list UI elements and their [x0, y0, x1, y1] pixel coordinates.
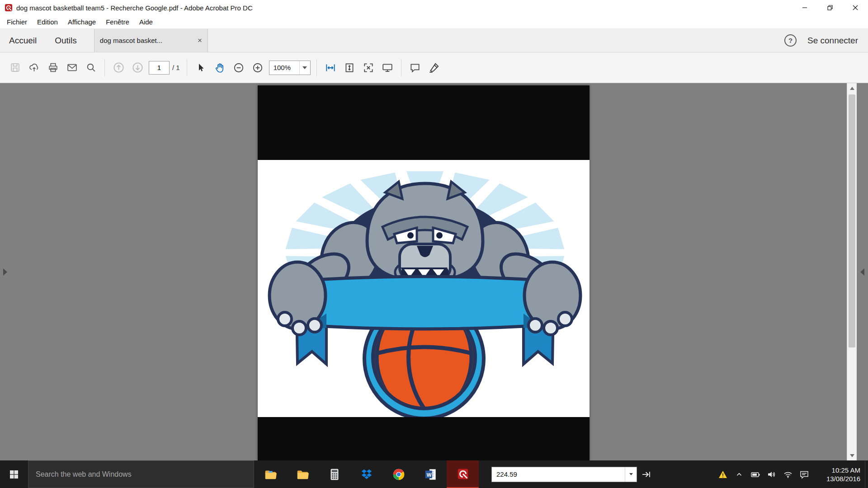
svg-text:W: W [426, 472, 431, 477]
pdf-black-band-top [258, 85, 590, 160]
fit-width-icon[interactable] [321, 58, 340, 77]
search-icon[interactable] [81, 58, 100, 77]
logo-dog-head [367, 182, 483, 281]
toolbar: / 1 100% [0, 52, 868, 83]
taskbar-clock[interactable]: 10:25 AM 13/08/2016 [812, 460, 865, 488]
pdf-mascot-logo [258, 160, 590, 417]
document-tab-close-icon[interactable]: × [198, 37, 202, 44]
page-down-icon[interactable] [128, 58, 147, 77]
go-arrow-icon[interactable] [637, 460, 655, 488]
fullscreen-icon[interactable] [359, 58, 378, 77]
document-viewport [0, 83, 847, 460]
page-number-input[interactable] [149, 61, 170, 75]
highlight-icon[interactable] [425, 58, 443, 77]
taskbar-search-input[interactable] [28, 470, 254, 479]
battery-icon[interactable] [747, 460, 764, 488]
zoom-in-icon[interactable] [248, 58, 267, 77]
zoom-dropdown-icon[interactable] [299, 61, 310, 75]
tab-accueil[interactable]: Accueil [0, 29, 46, 52]
window-title: dog mascot basketball team5 - Recherche … [16, 4, 792, 12]
page-total-label: / 1 [172, 64, 180, 71]
vertical-scrollbar[interactable] [847, 83, 857, 460]
chrome-icon[interactable] [382, 460, 415, 488]
document-tab-label: dog mascot basket... [100, 37, 193, 44]
scroll-down-icon[interactable] [847, 450, 857, 460]
volume-icon[interactable] [764, 460, 780, 488]
file-explorer-icon[interactable] [254, 460, 286, 488]
tab-outils[interactable]: Outils [46, 29, 86, 52]
comment-icon[interactable] [406, 58, 425, 77]
select-tool-icon[interactable] [191, 58, 210, 77]
right-panel-strip [857, 83, 868, 460]
title-bar: dog mascot basketball team5 - Recherche … [0, 0, 868, 15]
acrobat-taskbar-icon[interactable] [447, 460, 479, 488]
action-center-icon[interactable] [796, 460, 812, 488]
zoom-out-icon[interactable] [229, 58, 248, 77]
menu-aide[interactable]: Aide [134, 18, 158, 26]
scroll-up-icon[interactable] [847, 83, 857, 93]
pdf-black-band-bottom [258, 417, 590, 460]
document-tab[interactable]: dog mascot basket... × [94, 29, 208, 52]
menu-affichage[interactable]: Affichage [63, 18, 101, 26]
taskbar-combo[interactable] [491, 467, 637, 482]
zoom-level-value: 100% [269, 64, 299, 71]
warning-icon[interactable] [715, 460, 731, 488]
dropbox-icon[interactable] [350, 460, 382, 488]
taskbar-search[interactable] [28, 460, 254, 488]
menu-edition[interactable]: Edition [32, 18, 63, 26]
display-settings-icon[interactable] [378, 58, 397, 77]
combo-dropdown-icon[interactable] [625, 467, 637, 482]
left-panel-expand-icon[interactable] [3, 268, 7, 276]
zoom-level-select[interactable]: 100% [269, 61, 311, 75]
taskbar-combo-input[interactable] [492, 470, 625, 479]
cloud-upload-icon[interactable] [24, 58, 43, 77]
tab-bar: Accueil Outils dog mascot basket... × ? … [0, 29, 868, 52]
save-icon[interactable] [5, 58, 24, 77]
menu-fenetre[interactable]: Fenêtre [101, 18, 134, 26]
wifi-icon[interactable] [780, 460, 796, 488]
email-icon[interactable] [62, 58, 81, 77]
menu-bar: Fichier Edition Affichage Fenêtre Aide [0, 15, 868, 29]
pdf-page[interactable] [258, 85, 590, 460]
folder-icon[interactable] [286, 460, 318, 488]
clock-time: 10:25 AM [832, 466, 860, 474]
chevron-up-icon[interactable] [731, 460, 747, 488]
calculator-icon[interactable] [318, 460, 350, 488]
restore-button[interactable] [817, 0, 843, 15]
hand-tool-icon[interactable] [210, 58, 229, 77]
close-button[interactable] [843, 0, 868, 15]
start-button[interactable] [0, 460, 28, 488]
taskbar: W 10:25 AM 13/08/2016 [0, 460, 868, 488]
sign-in-link[interactable]: Se connecter [807, 36, 858, 46]
acrobat-icon [5, 4, 13, 12]
print-icon[interactable] [43, 58, 62, 77]
scrollbar-thumb[interactable] [849, 94, 855, 347]
minimize-button[interactable] [792, 0, 817, 15]
right-panel-expand-icon[interactable] [860, 268, 864, 276]
page-up-icon[interactable] [109, 58, 128, 77]
document-area [0, 83, 868, 460]
clock-date: 13/08/2016 [826, 474, 860, 483]
word-icon[interactable]: W [415, 460, 447, 488]
show-desktop-button[interactable] [865, 460, 868, 488]
fit-page-icon[interactable] [340, 58, 359, 77]
help-icon[interactable]: ? [784, 34, 797, 47]
menu-fichier[interactable]: Fichier [2, 18, 32, 26]
